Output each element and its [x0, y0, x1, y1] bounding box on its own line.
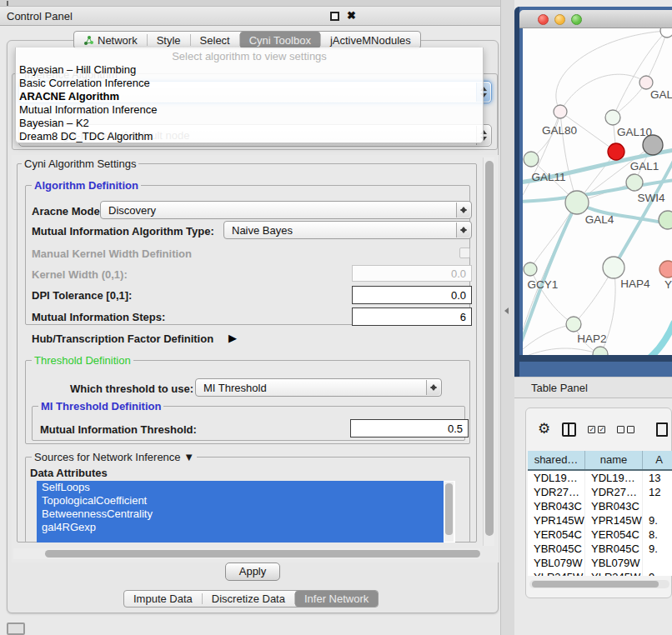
- column-header-a[interactable]: A: [643, 451, 672, 469]
- mi-threshold-group-title: MI Threshold Definition: [38, 400, 163, 412]
- close-traffic-light-icon[interactable]: [538, 14, 549, 25]
- network-window-titlebar[interactable]: [519, 10, 672, 28]
- kernel-width-field[interactable]: [352, 265, 472, 282]
- network-node-swi4[interactable]: [626, 174, 643, 191]
- manual-kernel-checkbox[interactable]: [459, 248, 470, 258]
- attributes-scrollbar[interactable]: [444, 482, 454, 542]
- algorithm-option-bayesian-hill-climbing[interactable]: Bayesian – Hill Climbing: [16, 63, 483, 77]
- sources-group-title[interactable]: Sources for Network Inference ▼: [32, 451, 197, 463]
- table-row[interactable]: YER054CYER054C8.: [528, 528, 672, 542]
- network-canvas[interactable]: GALGAL80GAL10GAL1GAL11SWI4GAL4GCY1HAP4YH…: [523, 28, 672, 355]
- network-node-hap2[interactable]: [566, 317, 581, 332]
- gear-icon[interactable]: ⚙: [538, 422, 550, 437]
- table-row[interactable]: YDR27…YDR27…12: [528, 485, 672, 499]
- table-panel-body: ⚙ ✓✓ shared…nameA YDL19…YDL19…13YDR27…YD…: [525, 408, 672, 598]
- scrollbar-thumb[interactable]: [445, 483, 453, 535]
- combo-stepper-icon[interactable]: [456, 222, 470, 238]
- close-icon[interactable]: ✖: [347, 9, 356, 22]
- network-node-gcy1[interactable]: [524, 262, 537, 276]
- columns-icon[interactable]: [562, 422, 576, 437]
- tab-style[interactable]: Style: [148, 32, 190, 48]
- expand-arrow-icon[interactable]: ▶: [228, 332, 237, 344]
- network-node-gal[interactable]: [639, 76, 653, 89]
- export-table-icon[interactable]: [656, 422, 668, 437]
- table-row[interactable]: YPR145WYPR145W9.: [528, 513, 672, 528]
- network-node[interactable]: [593, 347, 608, 355]
- data-attributes-list[interactable]: SelfLoopsTopologicalCoefficientBetweenne…: [37, 481, 455, 542]
- algorithm-option-dream8-dc-tdc-algorithm[interactable]: Dream8 DC_TDC Algorithm: [16, 130, 483, 143]
- cyni-settings-title: Cyni Algorithm Settings: [22, 158, 138, 170]
- which-threshold-value: MI Threshold: [203, 382, 267, 394]
- dpi-tolerance-field[interactable]: [352, 286, 472, 304]
- deselect-all-checkboxes-icon[interactable]: [617, 426, 634, 433]
- node-label-y: Y: [664, 278, 672, 291]
- attribute-item-gal4rgexp[interactable]: gal4RGexp: [37, 521, 444, 534]
- table-row[interactable]: YBL079WYBL079W: [528, 556, 672, 570]
- table-horizontal-scrollbar[interactable]: [529, 580, 669, 588]
- mi-threshold-field[interactable]: [350, 419, 469, 438]
- network-node-gal11[interactable]: [524, 152, 539, 167]
- scrollbar-thumb[interactable]: [45, 550, 480, 558]
- select-all-checkboxes-icon[interactable]: ✓✓: [588, 426, 605, 433]
- splitter-arrow-icon[interactable]: [504, 308, 509, 314]
- attribute-item-selfloops[interactable]: SelfLoops: [37, 481, 444, 494]
- table-cell: YPR145W: [585, 513, 643, 528]
- tab-jactivemnodules[interactable]: jActiveMNodules: [321, 32, 420, 48]
- network-node-y[interactable]: [659, 261, 672, 278]
- table-row[interactable]: YBR045CYBR045C9.: [528, 542, 672, 556]
- column-header-shared-[interactable]: shared…: [528, 451, 585, 469]
- settings-vertical-scrollbar[interactable]: [483, 158, 494, 546]
- table-cell: [643, 499, 672, 513]
- network-node-gal80[interactable]: [554, 105, 567, 118]
- float-window-icon[interactable]: [330, 12, 339, 21]
- network-node-gal10[interactable]: [605, 110, 620, 125]
- table-row[interactable]: YLR345WYLR345W9.: [528, 570, 672, 576]
- tab-select[interactable]: Select: [191, 32, 239, 48]
- column-header-name[interactable]: name: [585, 451, 643, 469]
- which-threshold-combobox[interactable]: MI Threshold: [195, 378, 442, 397]
- attribute-item-betweennesscentrality[interactable]: BetweennessCentrality: [37, 508, 444, 521]
- tab-discretize-data[interactable]: Discretize Data: [203, 591, 294, 607]
- table-cell: 9.: [643, 542, 672, 556]
- algorithm-option-aracne-algorithm[interactable]: ARACNE Algorithm: [16, 90, 483, 103]
- dpi-tolerance-label: DPI Tolerance [0,1]:: [32, 289, 132, 302]
- network-node-hap4[interactable]: [603, 257, 624, 278]
- tab-cyni-toolbox[interactable]: Cyni Toolbox: [240, 32, 320, 48]
- attribute-item-topologicalcoefficient[interactable]: TopologicalCoefficient: [37, 494, 444, 508]
- tab-label: Impute Data: [133, 592, 193, 605]
- mi-type-combobox[interactable]: Naive Bayes: [223, 221, 472, 239]
- network-node[interactable]: [659, 211, 672, 229]
- table-cell: YPR145W: [528, 513, 585, 528]
- algorithm-option-bayesian-k2[interactable]: Bayesian – K2: [16, 117, 483, 130]
- kernel-width-label: Kernel Width (0,1):: [32, 268, 128, 281]
- combo-stepper-icon[interactable]: [456, 202, 470, 218]
- node-label-hap4: HAP4: [620, 278, 650, 290]
- settings-horizontal-scrollbar[interactable]: [13, 548, 480, 559]
- aracne-mode-combobox[interactable]: Discovery: [100, 201, 472, 219]
- table-header-row: shared…nameA: [528, 451, 672, 471]
- top-edge-mark: [7, 1, 8, 6]
- apply-button[interactable]: Apply: [225, 562, 280, 581]
- tab-network[interactable]: Network: [74, 32, 147, 48]
- threshold-definition-title: Threshold Definition: [32, 354, 133, 367]
- table-cell: YBR043C: [528, 499, 585, 513]
- algorithm-option-mutual-information-inference[interactable]: Mutual Information Inference: [16, 103, 483, 117]
- panel-splitter[interactable]: [500, 0, 514, 635]
- hub-definition-label[interactable]: Hub/Transcription Factor Definition: [32, 332, 213, 345]
- tab-impute-data[interactable]: Impute Data: [124, 591, 202, 607]
- algorithm-option-basic-correlation-inference[interactable]: Basic Correlation Inference: [16, 77, 483, 90]
- mi-steps-field[interactable]: [352, 308, 472, 326]
- dock-panel-icon[interactable]: [7, 622, 25, 635]
- tab-infer-network[interactable]: Infer Network: [295, 591, 378, 607]
- scrollbar-thumb[interactable]: [485, 161, 494, 536]
- table-row[interactable]: YDL19…YDL19…13: [528, 471, 672, 485]
- minimize-traffic-light-icon[interactable]: [554, 14, 565, 25]
- network-node-gal1[interactable]: [608, 143, 624, 160]
- table-row[interactable]: YBR043CYBR043C: [528, 499, 672, 513]
- attribute-item-partial[interactable]: [37, 534, 444, 542]
- combo-stepper-icon[interactable]: [426, 380, 440, 395]
- zoom-traffic-light-icon[interactable]: [571, 14, 582, 25]
- node-table[interactable]: shared…nameA YDL19…YDL19…13YDR27…YDR27…1…: [528, 451, 672, 576]
- scrollbar-thumb[interactable]: [532, 581, 659, 588]
- network-node-gal4[interactable]: [565, 191, 589, 214]
